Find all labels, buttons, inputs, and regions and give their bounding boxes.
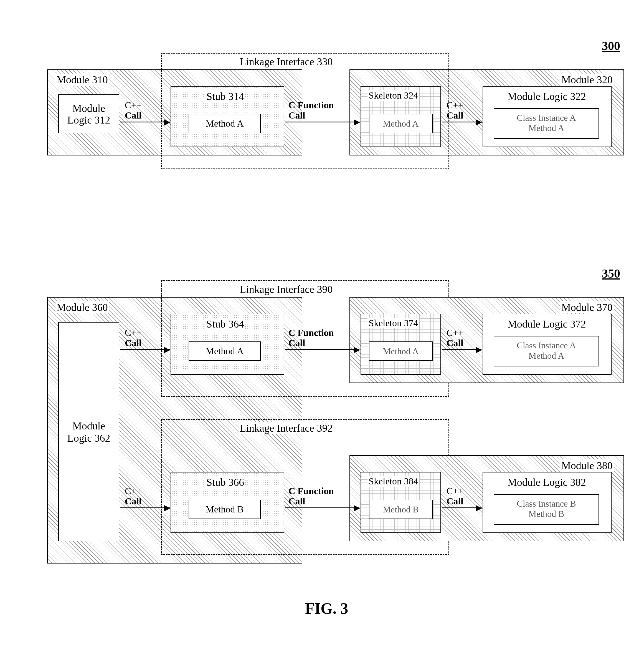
call-cpp-1a: C++Call bbox=[125, 100, 142, 121]
module-logic-362-label: ModuleLogic 362 bbox=[59, 420, 119, 444]
skeleton-374-title: Skeleton 374 bbox=[367, 318, 419, 328]
skeleton-384-title: Skeleton 384 bbox=[367, 476, 419, 487]
linkage-392-title: Linkage Interface 392 bbox=[238, 422, 334, 434]
module-370-title: Module 370 bbox=[560, 301, 614, 313]
arrow-324-to-322 bbox=[442, 122, 481, 123]
stub-314-method: Method A bbox=[189, 114, 261, 133]
method-a: Method A bbox=[529, 123, 565, 133]
linkage-390-title: Linkage Interface 390 bbox=[238, 283, 334, 295]
call-cpp-3b: C++Call bbox=[446, 486, 463, 507]
module-logic-372-inner: Class Instance A Method A bbox=[494, 336, 599, 367]
figure-id-300: 300 bbox=[602, 39, 620, 53]
module-logic-322-inner: Class Instance A Method A bbox=[494, 108, 599, 139]
module-logic-362: ModuleLogic 362 bbox=[58, 322, 119, 541]
module-320-title: Module 320 bbox=[560, 73, 614, 86]
module-logic-312: ModuleLogic 312 bbox=[58, 94, 119, 133]
arrow-384-to-382 bbox=[442, 507, 481, 508]
module-logic-382-title: Module Logic 382 bbox=[508, 476, 586, 488]
skeleton-324-method: Method A bbox=[369, 114, 433, 133]
module-logic-322-title: Module Logic 322 bbox=[508, 90, 586, 103]
class-instance-a: Class Instance A bbox=[517, 113, 576, 123]
arrow-364-to-374 bbox=[285, 349, 360, 350]
call-cfunc-2: C FunctionCall bbox=[289, 328, 334, 348]
skeleton-384-method: Method B bbox=[369, 500, 433, 519]
skeleton-374-method: Method A bbox=[369, 342, 433, 361]
page-root: 300 Module 310 ModuleLogic 312 Module 32… bbox=[11, 11, 644, 659]
stub-364-title: Stub 364 bbox=[205, 318, 245, 330]
call-cpp-2a: C++Call bbox=[125, 328, 142, 348]
stub-364-method: Method A bbox=[189, 342, 261, 361]
stub-314-title: Stub 314 bbox=[205, 90, 245, 103]
call-cpp-2b: C++Call bbox=[446, 328, 463, 348]
stub-366-title: Stub 366 bbox=[205, 476, 245, 488]
call-cpp-1b: C++Call bbox=[446, 100, 463, 121]
skeleton-324-title: Skeleton 324 bbox=[367, 90, 419, 101]
arrow-374-to-372 bbox=[442, 349, 481, 350]
module-logic-372-title: Module Logic 372 bbox=[508, 318, 586, 330]
method-b: Method B bbox=[529, 509, 565, 519]
call-cfunc-1: C FunctionCall bbox=[289, 100, 334, 121]
figure-caption: FIG. 3 bbox=[305, 599, 348, 617]
figure-id-350: 350 bbox=[602, 266, 620, 281]
module-380-title: Module 380 bbox=[560, 459, 614, 471]
module-310-title: Module 310 bbox=[55, 73, 109, 86]
module-logic-382-inner: Class Instance B Method B bbox=[494, 494, 599, 525]
class-instance-a-2: Class Instance A bbox=[517, 340, 576, 350]
module-360-title: Module 360 bbox=[55, 301, 109, 313]
class-instance-b: Class Instance B bbox=[517, 499, 576, 508]
stub-366-method: Method B bbox=[189, 500, 261, 519]
arrow-362-to-366 bbox=[120, 507, 170, 508]
arrow-312-to-314 bbox=[120, 122, 170, 123]
call-cfunc-3: C FunctionCall bbox=[289, 486, 334, 507]
call-cpp-3a: C++Call bbox=[125, 486, 142, 507]
arrow-366-to-384 bbox=[285, 507, 360, 508]
module-logic-312-label: ModuleLogic 312 bbox=[67, 103, 110, 126]
method-a-2: Method A bbox=[529, 351, 565, 360]
arrow-362-to-364 bbox=[120, 349, 170, 350]
linkage-330-title: Linkage Interface 330 bbox=[238, 56, 334, 68]
arrow-314-to-324 bbox=[285, 122, 360, 123]
